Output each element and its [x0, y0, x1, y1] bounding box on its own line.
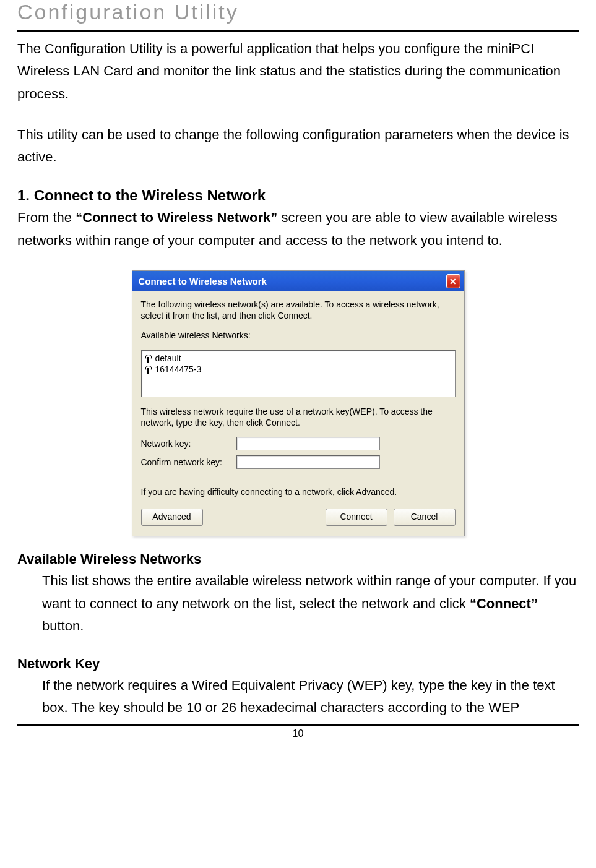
section-1-bold: “Connect to Wireless Network”	[76, 210, 277, 225]
connect-button[interactable]: Connect	[326, 509, 387, 526]
intro-paragraph-1: The Configuration Utility is a powerful …	[17, 38, 579, 105]
advanced-button[interactable]: Advanced	[141, 509, 203, 526]
network-name: 16144475-3	[155, 364, 202, 374]
section-1-pre: From the	[17, 210, 76, 225]
network-name: default	[155, 353, 181, 363]
confirm-key-input[interactable]	[236, 455, 380, 469]
network-key-label: Network key:	[141, 439, 236, 449]
page-title: Configuration Utility	[17, 0, 579, 24]
network-key-subsection-text: If the network requires a Wired Equivale…	[42, 674, 579, 720]
close-button[interactable]: ✕	[446, 274, 460, 288]
antenna-icon	[144, 354, 152, 363]
section-1-text: From the “Connect to Wireless Network” s…	[17, 207, 579, 252]
network-key-input[interactable]	[236, 437, 380, 450]
dialog-screenshot: Connect to Wireless Network ✕ The follow…	[17, 270, 579, 536]
difficulty-text: If you are having difficulty connecting …	[141, 486, 456, 497]
available-subsection-text: This list shows the entire available wir…	[42, 570, 579, 637]
list-item[interactable]: 16144475-3	[144, 364, 452, 375]
wep-text: This wireless network require the use of…	[141, 406, 456, 428]
connect-dialog: Connect to Wireless Network ✕ The follow…	[132, 270, 465, 536]
dialog-intro-text: The following wireless network(s) are av…	[141, 299, 456, 321]
dialog-titlebar: Connect to Wireless Network ✕	[132, 271, 464, 291]
networks-listbox[interactable]: default 16144475-3	[141, 350, 456, 397]
sub1-post: button.	[42, 618, 84, 634]
title-divider	[17, 30, 579, 32]
intro-paragraph-2: This utility can be used to change the f…	[17, 124, 579, 169]
dialog-title-text: Connect to Wireless Network	[139, 276, 267, 286]
close-icon: ✕	[449, 277, 457, 286]
network-key-subsection-title: Network Key	[17, 656, 579, 672]
sub1-bold: “Connect”	[470, 596, 538, 611]
confirm-key-label: Confirm network key:	[141, 457, 236, 467]
list-item[interactable]: default	[144, 353, 452, 364]
page-number: 10	[17, 728, 579, 747]
cancel-button[interactable]: Cancel	[394, 509, 456, 526]
antenna-icon	[144, 365, 152, 374]
available-subsection-title: Available Wireless Networks	[17, 551, 579, 567]
section-1-title: 1. Connect to the Wireless Network	[17, 187, 579, 204]
footer-divider	[17, 724, 579, 726]
available-networks-label: Available wireless Networks:	[141, 330, 456, 341]
